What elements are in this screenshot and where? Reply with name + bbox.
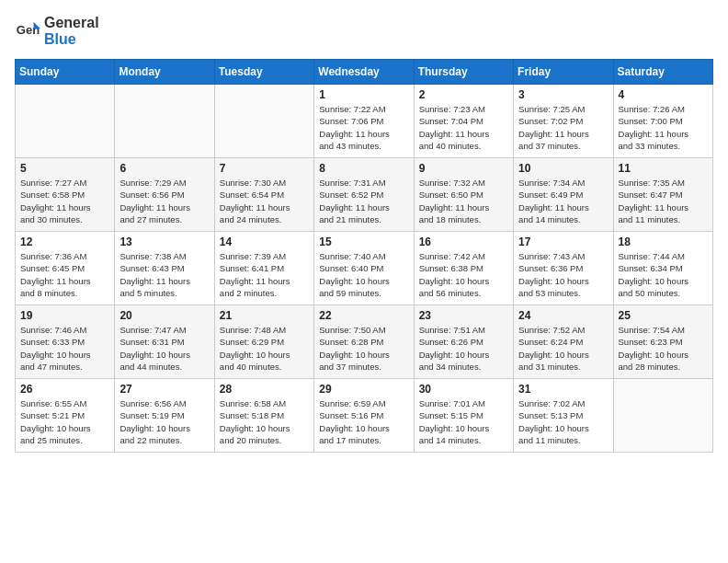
day-info: Sunrise: 7:35 AM Sunset: 6:47 PM Dayligh… [619,177,708,225]
day-number: 21 [220,309,309,322]
day-info: Sunrise: 7:43 AM Sunset: 6:36 PM Dayligh… [518,250,608,299]
day-info: Sunrise: 6:58 AM Sunset: 5:18 PM Dayligh… [220,397,309,446]
weekday-header-tuesday: Tuesday [214,60,313,85]
day-number: 16 [419,236,508,248]
page-header: Gen General Blue [15,15,713,48]
calendar-cell: 24Sunrise: 7:52 AM Sunset: 6:24 PM Dayli… [514,305,613,379]
day-number: 18 [619,236,708,248]
calendar-cell: 9Sunrise: 7:32 AM Sunset: 6:50 PM Daylig… [414,158,513,232]
day-info: Sunrise: 7:01 AM Sunset: 5:15 PM Dayligh… [419,397,508,446]
calendar-cell: 1Sunrise: 7:22 AM Sunset: 7:06 PM Daylig… [314,85,414,158]
calendar-cell: 26Sunrise: 6:55 AM Sunset: 5:21 PM Dayli… [16,379,115,453]
day-info: Sunrise: 7:02 AM Sunset: 5:13 PM Dayligh… [518,397,608,446]
calendar-cell [16,85,115,158]
calendar-cell: 3Sunrise: 7:25 AM Sunset: 7:02 PM Daylig… [514,85,613,158]
calendar-cell: 25Sunrise: 7:54 AM Sunset: 6:23 PM Dayli… [613,305,712,379]
calendar-cell [613,379,712,453]
calendar-cell: 31Sunrise: 7:02 AM Sunset: 5:13 PM Dayli… [514,379,613,453]
calendar-cell: 2Sunrise: 7:23 AM Sunset: 7:04 PM Daylig… [414,85,513,158]
day-number: 19 [20,309,109,322]
day-number: 10 [518,162,608,175]
day-info: Sunrise: 7:34 AM Sunset: 6:49 PM Dayligh… [518,177,608,225]
day-number: 20 [119,309,209,322]
calendar-cell [115,85,214,158]
calendar-body: 1Sunrise: 7:22 AM Sunset: 7:06 PM Daylig… [16,85,713,453]
day-info: Sunrise: 7:48 AM Sunset: 6:29 PM Dayligh… [220,324,309,373]
calendar-cell: 22Sunrise: 7:50 AM Sunset: 6:28 PM Dayli… [314,305,414,379]
calendar-cell: 29Sunrise: 6:59 AM Sunset: 5:16 PM Dayli… [314,379,414,453]
day-info: Sunrise: 6:55 AM Sunset: 5:21 PM Dayligh… [20,397,109,446]
weekday-header-saturday: Saturday [613,60,712,85]
day-info: Sunrise: 7:31 AM Sunset: 6:52 PM Dayligh… [319,177,408,225]
calendar-cell: 17Sunrise: 7:43 AM Sunset: 6:36 PM Dayli… [514,232,613,305]
calendar-cell: 4Sunrise: 7:26 AM Sunset: 7:00 PM Daylig… [613,85,712,158]
day-info: Sunrise: 7:47 AM Sunset: 6:31 PM Dayligh… [119,324,209,373]
calendar-cell: 19Sunrise: 7:46 AM Sunset: 6:33 PM Dayli… [16,305,115,379]
calendar-cell: 23Sunrise: 7:51 AM Sunset: 6:26 PM Dayli… [414,305,513,379]
day-info: Sunrise: 7:32 AM Sunset: 6:50 PM Dayligh… [419,177,508,225]
logo-line1: General [44,15,99,31]
day-info: Sunrise: 7:25 AM Sunset: 7:02 PM Dayligh… [518,103,608,152]
calendar-cell: 12Sunrise: 7:36 AM Sunset: 6:45 PM Dayli… [16,232,115,305]
calendar-cell: 13Sunrise: 7:38 AM Sunset: 6:43 PM Dayli… [115,232,214,305]
day-info: Sunrise: 6:56 AM Sunset: 5:19 PM Dayligh… [119,397,209,446]
calendar-cell: 20Sunrise: 7:47 AM Sunset: 6:31 PM Dayli… [115,305,214,379]
week-row-5: 26Sunrise: 6:55 AM Sunset: 5:21 PM Dayli… [16,379,713,453]
calendar-cell: 15Sunrise: 7:40 AM Sunset: 6:40 PM Dayli… [314,232,414,305]
day-info: Sunrise: 7:44 AM Sunset: 6:34 PM Dayligh… [619,250,708,299]
calendar-cell: 8Sunrise: 7:31 AM Sunset: 6:52 PM Daylig… [314,158,414,232]
calendar-cell: 10Sunrise: 7:34 AM Sunset: 6:49 PM Dayli… [514,158,613,232]
calendar-header: SundayMondayTuesdayWednesdayThursdayFrid… [16,60,713,85]
day-number: 29 [319,383,408,396]
calendar-cell: 30Sunrise: 7:01 AM Sunset: 5:15 PM Dayli… [414,379,513,453]
day-info: Sunrise: 7:39 AM Sunset: 6:41 PM Dayligh… [220,250,309,299]
weekday-row: SundayMondayTuesdayWednesdayThursdayFrid… [16,60,713,85]
day-info: Sunrise: 7:40 AM Sunset: 6:40 PM Dayligh… [319,250,408,299]
day-info: Sunrise: 7:36 AM Sunset: 6:45 PM Dayligh… [20,250,109,299]
weekday-header-wednesday: Wednesday [314,60,414,85]
day-number: 27 [119,383,209,396]
day-info: Sunrise: 7:51 AM Sunset: 6:26 PM Dayligh… [419,324,508,373]
day-info: Sunrise: 7:46 AM Sunset: 6:33 PM Dayligh… [20,324,109,373]
day-info: Sunrise: 7:26 AM Sunset: 7:00 PM Dayligh… [619,103,708,152]
day-number: 25 [619,309,708,322]
weekday-header-thursday: Thursday [414,60,513,85]
day-number: 9 [419,162,508,175]
calendar-cell: 27Sunrise: 6:56 AM Sunset: 5:19 PM Dayli… [115,379,214,453]
calendar-cell: 18Sunrise: 7:44 AM Sunset: 6:34 PM Dayli… [613,232,712,305]
day-number: 14 [220,236,309,248]
calendar-table: SundayMondayTuesdayWednesdayThursdayFrid… [15,59,713,453]
calendar-cell: 7Sunrise: 7:30 AM Sunset: 6:54 PM Daylig… [214,158,313,232]
day-number: 24 [518,309,608,322]
day-number: 13 [119,236,209,248]
day-number: 22 [319,309,408,322]
logo-line2: Blue [44,31,99,48]
day-number: 6 [119,162,209,175]
calendar-cell: 28Sunrise: 6:58 AM Sunset: 5:18 PM Dayli… [214,379,313,453]
day-info: Sunrise: 7:50 AM Sunset: 6:28 PM Dayligh… [319,324,408,373]
weekday-header-friday: Friday [514,60,613,85]
week-row-4: 19Sunrise: 7:46 AM Sunset: 6:33 PM Dayli… [16,305,713,379]
day-number: 28 [220,383,309,396]
day-info: Sunrise: 7:30 AM Sunset: 6:54 PM Dayligh… [220,177,309,225]
day-number: 2 [419,88,508,101]
day-number: 5 [20,162,109,175]
day-number: 1 [319,88,408,101]
day-info: Sunrise: 7:29 AM Sunset: 6:56 PM Dayligh… [119,177,209,225]
day-number: 7 [220,162,309,175]
weekday-header-sunday: Sunday [16,60,115,85]
day-info: Sunrise: 7:27 AM Sunset: 6:58 PM Dayligh… [20,177,109,225]
day-number: 11 [619,162,708,175]
day-info: Sunrise: 7:38 AM Sunset: 6:43 PM Dayligh… [119,250,209,299]
calendar-cell: 11Sunrise: 7:35 AM Sunset: 6:47 PM Dayli… [613,158,712,232]
day-number: 26 [20,383,109,396]
logo-icon: Gen [15,18,40,44]
calendar-cell: 16Sunrise: 7:42 AM Sunset: 6:38 PM Dayli… [414,232,513,305]
week-row-1: 1Sunrise: 7:22 AM Sunset: 7:06 PM Daylig… [16,85,713,158]
calendar-cell [214,85,313,158]
day-number: 23 [419,309,508,322]
calendar-cell: 21Sunrise: 7:48 AM Sunset: 6:29 PM Dayli… [214,305,313,379]
day-info: Sunrise: 7:22 AM Sunset: 7:06 PM Dayligh… [319,103,408,152]
day-info: Sunrise: 7:42 AM Sunset: 6:38 PM Dayligh… [419,250,508,299]
day-number: 31 [518,383,608,396]
